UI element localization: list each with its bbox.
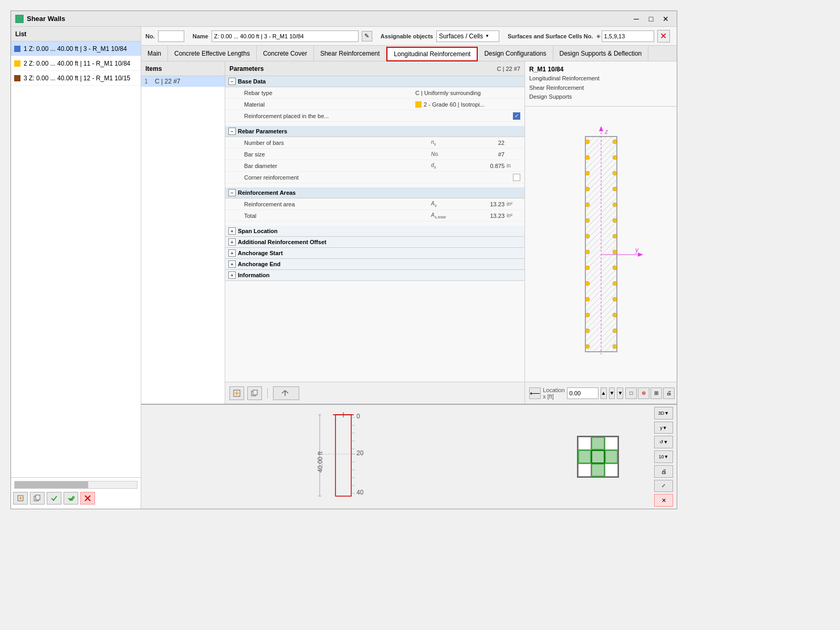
delete-button[interactable] <box>80 492 95 505</box>
view-btn-zoom[interactable]: 10▼ <box>654 450 673 463</box>
additional-reinf-title: Additional Reinforcement Offset <box>238 239 327 245</box>
total-unit: in² <box>505 213 520 218</box>
bar-size-row: Bar size No. #7 <box>225 149 524 160</box>
svg-point-29 <box>585 218 590 223</box>
add-row-button[interactable] <box>229 386 244 400</box>
bar-diameter-value: 0.875 <box>463 163 505 169</box>
close-button[interactable]: ✕ <box>659 13 673 25</box>
svg-point-47 <box>613 281 617 286</box>
maximize-button[interactable]: □ <box>644 13 658 25</box>
svg-point-40 <box>613 171 617 175</box>
assignable-dropdown[interactable]: Surfaces / Cells ▼ <box>436 30 499 42</box>
minimize-button[interactable]: ─ <box>629 13 643 25</box>
span-location-toggle[interactable]: + <box>228 227 236 235</box>
svg-marker-17 <box>599 126 603 131</box>
svg-point-37 <box>585 344 590 349</box>
preview-panel: R_M1 10/84 Longitudinal Reinforcement Sh… <box>524 61 677 404</box>
location-down-button[interactable]: ▼ <box>609 387 615 399</box>
span-location-section[interactable]: + Span Location <box>225 226 524 237</box>
edit-name-button[interactable]: ✎ <box>362 31 372 41</box>
footer-action-button[interactable] <box>273 386 299 400</box>
name-input[interactable] <box>212 30 359 42</box>
tab-concrete-effective[interactable]: Concrete Effective Lengths <box>168 46 257 61</box>
items-row-1[interactable]: 1 C | 22 #7 <box>141 76 225 87</box>
location-up-button[interactable]: ▲ <box>601 387 607 399</box>
items-panel: Items 1 C | 22 #7 <box>141 61 225 404</box>
window-title: Shear Walls <box>27 15 629 23</box>
tab-main[interactable]: Main <box>141 46 168 61</box>
surfaces-input[interactable] <box>602 30 654 42</box>
sidebar-scrollbar[interactable] <box>14 481 138 489</box>
sidebar-item-2-label: 2 Z: 0.00 ... 40.00 ft | 11 - R_M1 10/84 <box>24 60 130 67</box>
bottom-right <box>545 405 650 509</box>
base-data-title: Base Data <box>238 78 266 85</box>
view-btn-y[interactable]: y▼ <box>654 422 673 434</box>
surfaces-close-button[interactable]: ✕ <box>657 30 670 43</box>
base-data-section-header[interactable]: − Base Data <box>225 76 524 87</box>
svg-rect-23 <box>585 136 617 352</box>
reinforcement-placed-checkbox[interactable]: ✓ <box>513 112 520 120</box>
surfaces-group: Surfaces and Surface Cells No. ◈ ✕ <box>508 30 670 43</box>
preview-nav-left[interactable]: ⟵ <box>529 387 541 399</box>
anchorage-start-toggle[interactable]: + <box>228 249 236 257</box>
svg-point-33 <box>585 281 590 286</box>
copy-row-button[interactable] <box>247 386 262 400</box>
reinf-areas-toggle[interactable]: − <box>228 189 236 196</box>
tab-shear-reinforcement[interactable]: Shear Reinforcement <box>314 46 386 61</box>
items-header: Items <box>141 61 225 76</box>
total-label: Total <box>244 213 431 219</box>
information-section[interactable]: + Information <box>225 270 524 281</box>
base-data-toggle[interactable]: − <box>228 78 236 85</box>
preview-view-btn-3[interactable]: ⊞ <box>650 387 662 399</box>
preview-view-btn-1[interactable]: □ <box>625 387 637 399</box>
right-panel: No. Name ✎ Assignable objects Surfaces /… <box>141 27 677 509</box>
tab-design-configurations[interactable]: Design Configurations <box>478 46 553 61</box>
sidebar-item-1-label: 1 Z: 0.00 ... 40.00 ft | 3 - R_M1 10/84 <box>24 45 127 52</box>
shear-walls-window: Shear Walls ─ □ ✕ List 1 Z: 0.00 ... 40.… <box>10 10 677 509</box>
additional-reinf-section[interactable]: + Additional Reinforcement Offset <box>225 237 524 248</box>
no-input[interactable] <box>158 30 184 42</box>
preview-view-btn-2[interactable]: ⊕ <box>638 387 649 399</box>
num-bars-row: Number of bars ns 22 <box>225 137 524 149</box>
sidebar-actions <box>13 490 139 507</box>
location-input[interactable] <box>567 387 598 399</box>
rebar-params-toggle[interactable]: − <box>228 128 236 135</box>
view-btn-expand[interactable]: ⤢ <box>654 480 673 492</box>
check-button-2[interactable] <box>64 492 78 505</box>
preview-filter-button[interactable]: ▼ <box>617 387 623 399</box>
new-item-button[interactable] <box>13 492 28 505</box>
svg-point-42 <box>613 203 617 207</box>
reinf-areas-section-header[interactable]: − Reinforcement Areas <box>225 187 524 198</box>
additional-reinf-toggle[interactable]: + <box>228 238 236 246</box>
app-icon <box>15 15 24 23</box>
svg-point-34 <box>585 297 590 301</box>
corner-reinforcement-checkbox[interactable] <box>513 174 520 181</box>
svg-point-35 <box>585 313 590 317</box>
view-btn-close-red[interactable]: ✕ <box>654 494 673 507</box>
view-btn-rotate[interactable]: ↺▼ <box>654 436 673 448</box>
rebar-params-section-header[interactable]: − Rebar Parameters <box>225 126 524 137</box>
check-button-1[interactable] <box>47 492 61 505</box>
sidebar-item-1[interactable]: 1 Z: 0.00 ... 40.00 ft | 3 - R_M1 10/84 <box>11 41 141 56</box>
anchorage-end-toggle[interactable]: + <box>228 260 236 268</box>
information-title: Information <box>238 272 270 278</box>
tab-longitudinal-reinforcement[interactable]: Longitudinal Reinforcement <box>386 47 478 61</box>
tab-concrete-cover[interactable]: Concrete Cover <box>257 46 314 61</box>
params-panel: Parameters C | 22 #7 − Base Data <box>225 61 524 404</box>
bottom-far-right: 3D▼ y▼ ↺▼ 10▼ 🖨 ⤢ ✕ <box>650 405 677 509</box>
anchorage-end-section[interactable]: + Anchorage End <box>225 259 524 270</box>
tab-design-supports[interactable]: Design Supports & Deflection <box>553 46 649 61</box>
params-title: Parameters <box>229 65 264 72</box>
view-btn-print[interactable]: 🖨 <box>654 465 673 478</box>
view-btn-3d[interactable]: 3D▼ <box>654 407 673 419</box>
surfaces-icon: ◈ <box>596 33 601 39</box>
reinforcement-placed-row: Reinforcement placed in the be... ✓ <box>225 110 524 122</box>
information-toggle[interactable]: + <box>228 271 236 279</box>
anchorage-start-section[interactable]: + Anchorage Start <box>225 248 524 259</box>
grid-cell-5 <box>591 450 604 463</box>
copy-item-button[interactable] <box>30 492 45 505</box>
sidebar-item-2[interactable]: 2 Z: 0.00 ... 40.00 ft | 11 - R_M1 10/84 <box>11 56 141 71</box>
preview-print-button[interactable]: 🖨 <box>663 387 675 399</box>
item-1-color-icon <box>14 46 20 52</box>
sidebar-item-3[interactable]: 3 Z: 0.00 ... 40.00 ft | 12 - R_M1 10/15 <box>11 71 141 86</box>
